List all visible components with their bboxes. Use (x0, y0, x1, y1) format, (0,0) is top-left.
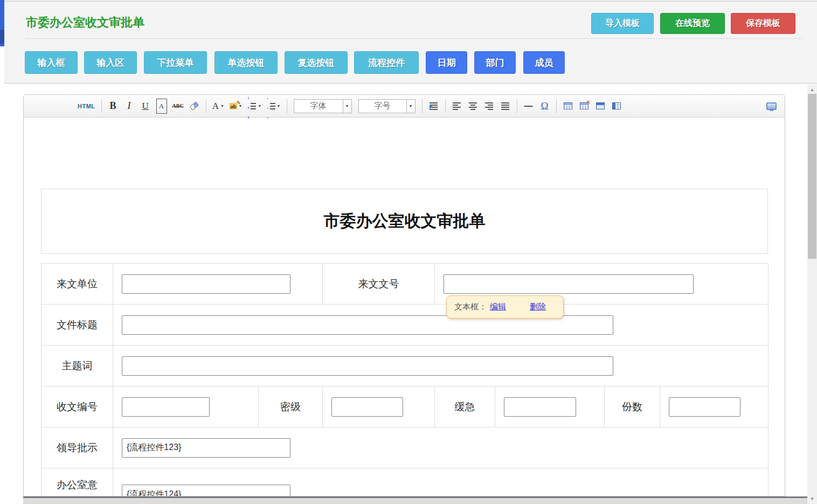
widget-button-member[interactable]: 成员 (523, 51, 565, 74)
toolbar-divider (556, 99, 557, 113)
widget-button-date[interactable]: 日期 (426, 51, 467, 74)
chevron-down-icon[interactable]: ▼ (406, 100, 415, 113)
special-character-icon[interactable]: Ω (539, 99, 550, 114)
font-color-button[interactable]: A▼ (212, 99, 224, 114)
secrecy-input[interactable] (331, 397, 403, 417)
highlight-color-button[interactable]: ab▼ (230, 99, 243, 114)
document-title-box: 市委办公室收文审批单 (41, 189, 768, 254)
cell-properties-button[interactable] (611, 99, 622, 114)
label-doc-number: 来文文号 (323, 264, 435, 305)
bottom-edge-light (23, 498, 807, 504)
cell-copies (660, 386, 768, 427)
indent-button[interactable] (428, 99, 439, 114)
eraser-icon (190, 101, 199, 111)
chevron-down-icon: ▼ (277, 104, 281, 108)
label-secrecy: 密级 (259, 386, 323, 427)
copies-input[interactable] (669, 397, 740, 417)
chevron-down-icon[interactable]: ▼ (343, 100, 351, 113)
source-unit-input[interactable] (122, 274, 290, 294)
label-source-unit: 来文单位 (41, 264, 113, 305)
chevron-down-icon: ▼ (258, 104, 261, 108)
align-left-icon (453, 102, 461, 110)
cell-doc-title (113, 305, 768, 346)
editor-toolbar: HTML B I U A ABC A▼ ab▼ ▼ ▼ 字体▼ 字号▼ — Ω (24, 95, 785, 118)
widget-button-input-area[interactable]: 输入区 (84, 51, 137, 74)
insert-table-button[interactable] (563, 99, 573, 114)
scroll-up-icon[interactable]: ▲ (807, 85, 817, 94)
window-top-edge (0, 0, 817, 2)
widget-button-department[interactable]: 部门 (474, 51, 516, 74)
italic-icon[interactable]: I (124, 99, 135, 114)
font-family-value: 字体 (294, 100, 343, 113)
cell-properties-icon (612, 102, 621, 109)
ordered-list-button[interactable]: ▼ (247, 99, 261, 114)
table-properties-button[interactable] (595, 99, 606, 114)
scroll-down-icon[interactable]: ▼ (807, 494, 817, 503)
cell-secrecy (323, 386, 435, 427)
bold-icon[interactable]: B (108, 99, 119, 114)
align-center-button[interactable] (468, 99, 479, 114)
document-title: 市委办公室收文审批单 (324, 210, 486, 232)
cell-urgency (495, 386, 605, 427)
monitor-icon (766, 102, 777, 110)
leader-comment-input[interactable] (122, 438, 290, 458)
align-center-icon (469, 102, 477, 110)
dotted-divider (26, 38, 803, 39)
label-keywords: 主题词 (41, 346, 113, 386)
keywords-input[interactable] (122, 356, 613, 376)
label-office-opinion: 办公室意 (41, 468, 113, 496)
horizontal-rule-icon[interactable]: — (523, 99, 534, 114)
toolbar-divider (422, 99, 423, 113)
tooltip-label: 文本框： (454, 302, 487, 312)
cell-receive-number (113, 386, 259, 427)
label-doc-title: 文件标题 (41, 305, 113, 346)
indent-icon (430, 102, 438, 110)
font-size-select[interactable]: 字号▼ (358, 99, 416, 113)
source-code-button[interactable]: HTML (78, 99, 95, 114)
vertical-scrollbar[interactable]: ▲ ▼ (807, 84, 817, 504)
font-family-select[interactable]: 字体▼ (294, 99, 352, 113)
label-leader-comment: 领导批示 (41, 427, 113, 468)
online-preview-button[interactable]: 在线预览 (660, 13, 725, 34)
unordered-list-button[interactable]: ▼ (267, 99, 280, 114)
delete-table-button[interactable] (579, 99, 590, 114)
remove-format-button[interactable] (189, 99, 200, 114)
align-left-button[interactable] (452, 99, 462, 114)
chevron-down-icon: ▼ (220, 104, 224, 108)
textbox-context-tooltip: 文本框： 编辑 删除 (446, 295, 564, 319)
widget-button-checkbox[interactable]: 复选按钮 (285, 51, 348, 74)
align-right-icon (485, 102, 493, 110)
office-opinion-input[interactable] (122, 485, 290, 496)
save-template-button[interactable]: 保存模板 (731, 13, 795, 34)
widget-button-dropdown-menu[interactable]: 下拉菜单 (144, 51, 207, 74)
doc-number-input[interactable] (444, 274, 694, 294)
cell-leader-comment (113, 427, 768, 468)
highlight-icon: ab (230, 103, 237, 109)
underline-icon[interactable]: U (140, 99, 151, 114)
urgency-input[interactable] (504, 397, 576, 417)
toolbar-divider (517, 99, 517, 113)
align-right-button[interactable] (484, 99, 495, 114)
widget-button-flow-control[interactable]: 流程控件 (354, 51, 419, 74)
text-style-icon[interactable]: A (156, 99, 167, 114)
align-justify-icon (501, 102, 509, 110)
label-copies: 份数 (605, 386, 660, 427)
label-receive-number: 收文编号 (41, 386, 113, 427)
label-urgency: 缓急 (435, 386, 495, 427)
page-title: 市委办公室收文审批单 (26, 15, 144, 31)
scrollbar-thumb[interactable] (808, 94, 816, 259)
edit-link[interactable]: 编辑 (490, 302, 506, 312)
strikethrough-icon[interactable]: ABC (172, 99, 184, 114)
toolbar-divider (287, 99, 287, 113)
toolbar-divider (101, 99, 102, 113)
fullscreen-button[interactable] (766, 99, 777, 114)
widget-button-input-box[interactable]: 输入框 (25, 51, 78, 74)
import-template-button[interactable]: 导入模板 (591, 13, 654, 34)
delete-link[interactable]: 删除 (530, 302, 546, 312)
form-table: 来文单位 来文文号 文件标题 主题词 收文编号 密级 缓急 份数 领导批示 办公… (41, 263, 768, 496)
table-properties-icon (596, 102, 605, 109)
receive-number-input[interactable] (122, 397, 210, 417)
insert-table-icon (564, 102, 572, 109)
align-justify-button[interactable] (500, 99, 511, 114)
widget-button-radio[interactable]: 单选按钮 (214, 51, 278, 74)
